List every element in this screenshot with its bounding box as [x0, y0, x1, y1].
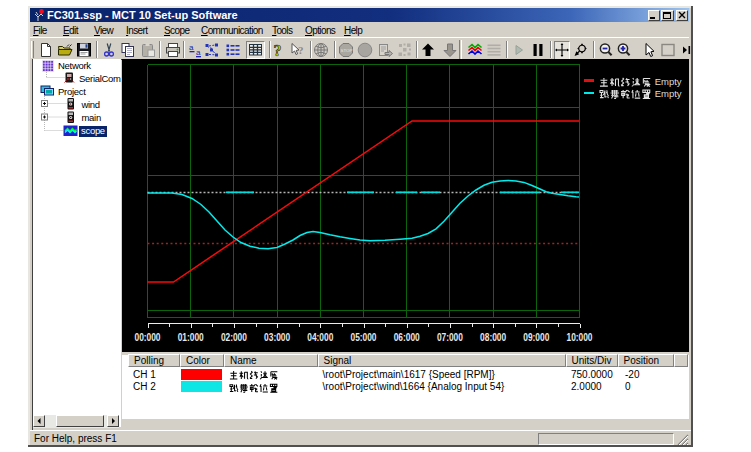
svg-text:09:000: 09:000 [523, 332, 549, 343]
svg-text:a: a [196, 48, 201, 57]
svg-text:06:000: 06:000 [394, 332, 420, 343]
svg-text:?: ? [274, 42, 282, 58]
svg-text:03:000: 03:000 [264, 332, 290, 343]
svg-text:02:000: 02:000 [221, 332, 247, 343]
svg-text:04:000: 04:000 [307, 332, 333, 343]
svg-text:10:000: 10:000 [567, 332, 593, 343]
svg-text:STOP: STOP [340, 48, 352, 53]
svg-text:05:000: 05:000 [351, 332, 377, 343]
svg-text:?: ? [298, 44, 304, 56]
svg-text:01:000: 01:000 [178, 332, 204, 343]
svg-text:08:000: 08:000 [480, 332, 506, 343]
svg-text:00:000: 00:000 [135, 332, 161, 343]
svg-text:07:000: 07:000 [437, 332, 463, 343]
svg-text:a: a [189, 43, 194, 52]
